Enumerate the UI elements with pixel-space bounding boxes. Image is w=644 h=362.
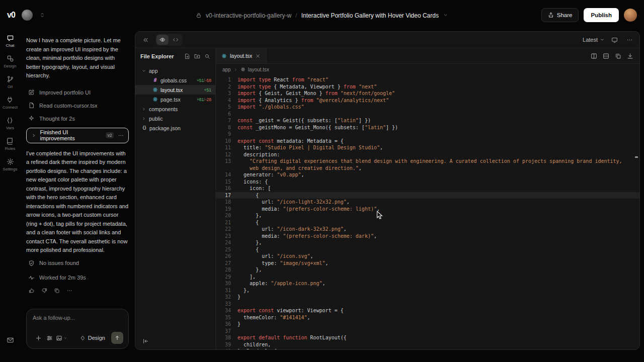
task-more-icon[interactable] <box>118 132 124 139</box>
code-line-37[interactable]: 37 <box>216 328 639 335</box>
code-line-11[interactable]: 11 title: "Studio Pixel | Digital Design… <box>216 144 639 151</box>
v0-logo[interactable]: v0 <box>7 11 15 20</box>
code-line-29[interactable]: 29 ], <box>216 274 639 281</box>
code-line-38[interactable]: 38export default function RootLayout({ <box>216 334 639 341</box>
thumbs-down-button[interactable] <box>39 285 50 296</box>
workspace-avatar[interactable] <box>22 10 33 21</box>
rail-item-settings[interactable]: Settings <box>3 158 18 171</box>
code-line-23[interactable]: 23 media: "(prefers-color-scheme: dark)"… <box>216 233 639 240</box>
code-editor[interactable]: 1import type React from "react"2import t… <box>216 75 639 349</box>
code-line-28[interactable]: 28 }, <box>216 266 639 274</box>
publish-button[interactable]: Publish <box>584 8 619 22</box>
file-tree-item-components[interactable]: components <box>135 104 215 114</box>
code-line-18[interactable]: 18 url: "/icon-light-32x32.png", <box>216 199 639 206</box>
code-line-4[interactable]: 4import { Analytics } from "@vercel/anal… <box>216 97 639 104</box>
code-line-20[interactable]: 20 }, <box>216 212 639 219</box>
tab-layout-tsx[interactable]: layout.tsx <box>216 48 267 63</box>
breadcrumb-file[interactable]: layout.tsx <box>248 67 269 72</box>
code-line-15[interactable]: 15 icons: { <box>216 178 639 186</box>
split-rows-button[interactable] <box>603 53 609 59</box>
rail-item-vars[interactable]: Vars <box>6 117 14 130</box>
chevron-down-icon[interactable] <box>443 13 448 18</box>
file-tree-item-layout.tsx[interactable]: layout.tsx+51 <box>135 85 215 95</box>
file-tree-item-page.tsx[interactable]: page.tsx+81/-28 <box>135 95 215 104</box>
send-button[interactable] <box>111 332 123 344</box>
thumbs-up-button[interactable] <box>26 285 37 296</box>
code-line-1[interactable]: 1import type React from "react" <box>216 76 639 83</box>
file-tree-item-app[interactable]: app <box>135 66 215 75</box>
code-line-9[interactable]: 9 <box>216 131 639 138</box>
rail-item-design[interactable]: Design <box>4 55 17 68</box>
code-line-12[interactable]: 12 description: <box>216 151 639 158</box>
chat-step[interactable]: Thought for 2s <box>26 112 129 125</box>
code-line-26[interactable]: 26 url: "/icon.svg", <box>216 253 639 260</box>
file-tree-item-package.json[interactable]: {}package.json <box>135 123 215 133</box>
code-line-10[interactable]: 10export const metadata: Metadata = { <box>216 138 639 145</box>
design-mode-selector[interactable]: Design <box>80 335 105 341</box>
copy-file-button[interactable] <box>615 53 621 59</box>
more-actions-button[interactable] <box>64 285 75 296</box>
code-line-13[interactable]: 13 "Crafting digital experiences that bl… <box>216 158 639 171</box>
editor-more-button[interactable] <box>624 34 635 45</box>
preview-toggle[interactable] <box>156 35 169 45</box>
breadcrumb-folder[interactable]: app <box>222 67 231 72</box>
chat-step[interactable]: Read custom-cursor.tsx <box>26 99 129 112</box>
rail-item-connect[interactable]: Connect <box>3 96 18 110</box>
code-line-31[interactable]: 31 }, <box>216 287 639 294</box>
code-line-33[interactable]: 33 <box>216 301 639 308</box>
add-attachment-button[interactable] <box>33 332 44 343</box>
collapse-sidebar-button[interactable] <box>140 34 151 45</box>
media-picker-button[interactable] <box>55 332 68 343</box>
code-line-3[interactable]: 3import { Geist, Geist_Mono } from "next… <box>216 90 639 97</box>
code-line-32[interactable]: 32} <box>216 294 639 301</box>
new-file-button[interactable] <box>184 53 190 59</box>
new-folder-button[interactable] <box>194 53 200 59</box>
mail-button[interactable] <box>7 336 14 344</box>
share-button[interactable]: Share <box>541 8 579 22</box>
code-line-25[interactable]: 25 { <box>216 246 639 253</box>
code-line-8[interactable]: 8const _geistMono = Geist_Mono({ subsets… <box>216 124 639 131</box>
code-line-35[interactable]: 35 themeColor: "#141414", <box>216 314 639 321</box>
code-line-17[interactable]: 17 { <box>216 192 639 199</box>
version-selector[interactable]: Latest <box>583 37 605 43</box>
code-line-21[interactable]: 21 { <box>216 219 639 226</box>
code-line-36[interactable]: 36} <box>216 321 639 328</box>
project-name[interactable]: v0-interactive-portfolio-gallery-w <box>206 12 291 19</box>
file-tree-item-public[interactable]: public <box>135 114 215 123</box>
code-line-2[interactable]: 2import type { Metadata, Viewport } from… <box>216 83 639 90</box>
rail-item-rules[interactable]: Rules <box>5 137 15 151</box>
code-line-40[interactable]: 40}: Readonly<{ <box>216 348 639 349</box>
split-columns-button[interactable] <box>591 53 597 59</box>
code-line-39[interactable]: 39 children, <box>216 341 639 348</box>
rail-item-chat[interactable]: Chat <box>6 34 15 48</box>
line-number: 34 <box>216 307 231 314</box>
code-toggle[interactable] <box>170 35 182 45</box>
rail-item-git[interactable]: Git <box>7 75 14 89</box>
chat-step[interactable]: Improved portfolio UI <box>26 86 129 99</box>
collapse-panel-button[interactable] <box>140 336 150 346</box>
follow-up-input[interactable] <box>33 315 123 321</box>
user-avatar[interactable] <box>624 9 637 22</box>
file-tree-item-globals.css[interactable]: #globals.css+51/-58 <box>135 75 215 85</box>
code-line-6[interactable]: 6 <box>216 111 639 118</box>
device-preview-button[interactable] <box>609 34 620 45</box>
expand-icon[interactable] <box>39 12 45 18</box>
search-button[interactable] <box>204 53 210 59</box>
code-line-24[interactable]: 24 }, <box>216 239 639 246</box>
code-line-34[interactable]: 34export const viewport: Viewport = { <box>216 307 639 314</box>
code-line-27[interactable]: 27 type: "image/svg+xml", <box>216 260 639 267</box>
code-line-14[interactable]: 14 generator: "v0.app", <box>216 171 639 178</box>
worked-duration[interactable]: Worked for 2m 39s <box>26 272 129 284</box>
code-line-7[interactable]: 7const _geist = Geist({ subsets: ["latin… <box>216 117 639 124</box>
chat-settings-button[interactable] <box>44 332 55 343</box>
code-line-19[interactable]: 19 media: "(prefers-color-scheme: light)… <box>216 206 639 213</box>
chat-title[interactable]: Interactive Portfolio Gallery with Hover… <box>301 12 439 19</box>
task-finished-ui-improvements[interactable]: Finished UI improvements v2 <box>26 128 129 143</box>
code-line-30[interactable]: 30 apple: "/apple-icon.png", <box>216 280 639 287</box>
close-tab-icon[interactable] <box>255 53 261 59</box>
code-line-5[interactable]: 5import "./globals.css" <box>216 104 639 111</box>
download-button[interactable] <box>627 53 633 59</box>
code-line-16[interactable]: 16 icon: [ <box>216 185 639 192</box>
copy-button[interactable] <box>51 285 62 296</box>
code-line-22[interactable]: 22 url: "/icon-dark-32x32.png", <box>216 226 639 233</box>
